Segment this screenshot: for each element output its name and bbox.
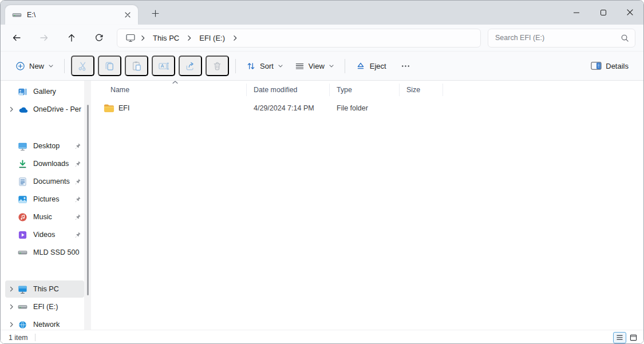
sidebar-item-label: Music — [33, 213, 73, 221]
minimize-button[interactable] — [563, 1, 590, 24]
onedrive-icon — [18, 104, 29, 114]
sidebar-item-label: Downloads — [33, 160, 73, 168]
paste-icon — [131, 61, 142, 72]
new-plus-icon — [15, 61, 25, 71]
folder-icon — [104, 104, 114, 113]
file-date-modified: 4/29/2024 7:14 PM — [247, 104, 330, 112]
details-view-toggle[interactable] — [613, 332, 626, 343]
sidebar-item-efi-e[interactable]: EFI (E:) — [5, 298, 84, 315]
chevron-right-icon[interactable] — [5, 286, 18, 292]
sidebar-item-desktop[interactable]: Desktop — [5, 137, 84, 155]
eject-button[interactable]: Eject — [350, 56, 392, 76]
search-icon — [621, 34, 629, 42]
sidebar-item-documents[interactable]: Documents — [5, 173, 84, 190]
copy-icon — [104, 61, 115, 72]
close-button[interactable] — [617, 1, 643, 24]
cut-button[interactable] — [71, 56, 94, 76]
sidebar-item-label: Pictures — [33, 195, 73, 203]
toolbar-separator — [345, 59, 345, 73]
maximize-button[interactable] — [590, 1, 617, 24]
sidebar-item-mld-ssd-500-ge[interactable]: MLD SSD 500 GE — [5, 244, 84, 261]
column-header-label: Type — [337, 86, 352, 94]
address-bar[interactable]: This PCEFI (E:) — [117, 29, 481, 48]
rename-button[interactable] — [152, 56, 175, 76]
view-icon — [295, 61, 305, 71]
chevron-down-icon — [329, 63, 334, 69]
sidebar-item-downloads[interactable]: Downloads — [5, 155, 84, 172]
gallery-icon — [18, 86, 29, 97]
column-header-type[interactable]: Type — [330, 84, 400, 96]
file-row-efi[interactable]: EFI4/29/2024 7:14 PMFile folder — [92, 100, 643, 116]
pin-icon — [74, 178, 81, 185]
item-count: 1 item — [9, 334, 28, 342]
view-button[interactable]: View — [289, 56, 340, 76]
tab-close-icon[interactable] — [121, 8, 135, 22]
sidebar-item-label: Documents — [33, 177, 73, 185]
back-button[interactable] — [7, 29, 26, 47]
up-button[interactable] — [62, 29, 81, 47]
breadcrumb-item-efi-e[interactable]: EFI (E:) — [194, 31, 230, 45]
sort-button[interactable]: Sort — [240, 56, 289, 76]
sidebar-item-this-pc[interactable]: This PC — [5, 280, 84, 298]
navigation-pane: GalleryOneDrive - PersDesktopDownloadsDo… — [1, 81, 92, 344]
view-button-label: View — [309, 62, 325, 70]
share-button[interactable] — [179, 56, 202, 76]
file-list-area: NameDate modifiedTypeSize EFI4/29/2024 7… — [92, 81, 643, 344]
column-header-row: NameDate modifiedTypeSize — [92, 82, 643, 98]
pin-icon — [74, 196, 81, 203]
sort-ascending-icon — [172, 80, 178, 85]
details-pane-button[interactable]: Details — [585, 56, 634, 76]
column-header-size[interactable]: Size — [400, 84, 443, 96]
sidebar-item-label: Network — [33, 321, 81, 329]
sidebar-item-gallery[interactable]: Gallery — [5, 83, 84, 100]
drive-icon — [12, 10, 22, 19]
videos-icon — [18, 230, 29, 240]
chevron-down-icon — [48, 63, 54, 69]
titlebar: E:\ — [1, 1, 643, 25]
large-icons-view-toggle[interactable] — [627, 332, 640, 343]
chevron-right-icon[interactable] — [5, 304, 18, 310]
file-name-label: EFI — [118, 104, 129, 112]
window-controls — [563, 1, 643, 24]
more-options-button[interactable] — [394, 56, 417, 76]
search-input[interactable] — [494, 33, 617, 42]
new-tab-button[interactable] — [148, 6, 162, 20]
breadcrumb-chevron-icon[interactable] — [185, 34, 193, 42]
column-header-name[interactable]: Name — [104, 84, 247, 96]
breadcrumb-item-this-pc[interactable]: This PC — [148, 31, 184, 45]
chevron-right-icon[interactable] — [5, 322, 18, 327]
pin-icon — [74, 213, 81, 220]
sidebar-scrollbar-thumb[interactable] — [87, 105, 89, 295]
column-header-date-modified[interactable]: Date modified — [247, 84, 330, 96]
sidebar-item-label: EFI (E:) — [33, 303, 81, 311]
sidebar-item-onedrive-pers[interactable]: OneDrive - Pers — [5, 101, 84, 118]
sidebar-item-music[interactable]: Music — [5, 208, 84, 226]
sidebar-item-videos[interactable]: Videos — [5, 226, 84, 243]
pin-icon — [74, 231, 81, 238]
rename-icon — [158, 61, 169, 72]
delete-button[interactable] — [206, 56, 229, 76]
breadcrumb-chevron-icon[interactable] — [139, 34, 147, 42]
column-header-label: Size — [406, 86, 420, 94]
breadcrumb-chevron-icon[interactable] — [231, 34, 239, 42]
network-icon — [18, 319, 29, 330]
sidebar-item-pictures[interactable]: Pictures — [5, 191, 84, 208]
desktop-icon — [18, 141, 29, 151]
pin-icon — [74, 143, 81, 149]
copy-button[interactable] — [98, 56, 121, 76]
new-button[interactable]: New — [10, 56, 60, 76]
paste-button[interactable] — [125, 56, 148, 76]
sidebar-item-label: Videos — [33, 231, 73, 239]
drive-icon — [18, 302, 29, 312]
new-button-label: New — [29, 62, 44, 70]
column-header-label: Date modified — [254, 86, 297, 94]
forward-button[interactable] — [34, 29, 54, 47]
main-area: GalleryOneDrive - PersDesktopDownloadsDo… — [1, 81, 643, 344]
eject-button-label: Eject — [370, 62, 386, 70]
command-toolbar: New Sort View Eject Details — [1, 51, 643, 81]
refresh-button[interactable] — [89, 29, 109, 47]
sort-icon — [246, 61, 256, 71]
chevron-right-icon[interactable] — [5, 106, 18, 112]
navigation-bar: This PCEFI (E:) — [1, 25, 643, 51]
tab-efi-drive[interactable]: E:\ — [5, 5, 138, 25]
